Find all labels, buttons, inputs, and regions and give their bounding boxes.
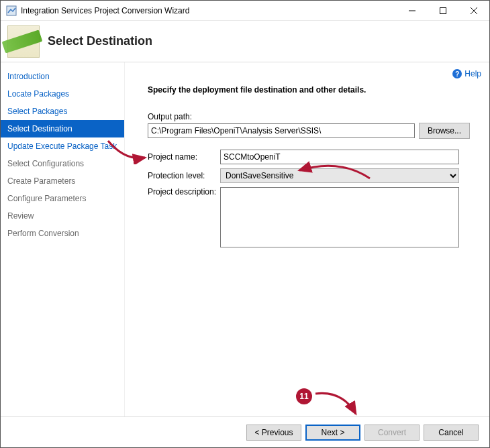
button-bar: < Previous Next > Convert Cancel — [1, 416, 489, 447]
help-label: Help — [464, 69, 481, 78]
close-button[interactable] — [458, 1, 489, 21]
sidebar-item-create-parameters: Create Parameters — [1, 172, 124, 190]
project-description-textarea[interactable] — [220, 187, 459, 247]
instruction-text: Specify the deployment file destination … — [148, 85, 481, 95]
wizard-header: Select Destination — [1, 21, 489, 62]
page-title: Select Destination — [48, 34, 152, 48]
content-pane: ? Help Specify the deployment file desti… — [125, 62, 489, 416]
sidebar-item-review: Review — [1, 207, 124, 225]
convert-button: Convert — [364, 425, 420, 441]
browse-button[interactable]: Browse... — [419, 123, 470, 139]
cancel-button[interactable]: Cancel — [424, 425, 479, 441]
sidebar: Introduction Locate Packages Select Pack… — [1, 62, 125, 416]
annotation-step-badge: 11 — [296, 388, 312, 404]
sidebar-item-select-configurations: Select Configurations — [1, 155, 124, 172]
wizard-body: Introduction Locate Packages Select Pack… — [1, 62, 489, 416]
app-icon — [6, 5, 17, 16]
minimize-button[interactable] — [397, 1, 428, 21]
wizard-step-icon — [7, 25, 40, 58]
previous-button[interactable]: < Previous — [246, 425, 301, 441]
destination-form: Output path: Browse... Project name: Pro… — [148, 112, 481, 251]
output-path-input[interactable] — [148, 123, 415, 138]
sidebar-item-configure-parameters: Configure Parameters — [1, 190, 124, 207]
window-title: Integration Services Project Conversion … — [21, 6, 397, 15]
protection-level-select[interactable]: DontSaveSensitive — [220, 168, 459, 183]
next-button[interactable]: Next > — [305, 425, 360, 441]
window-controls — [397, 1, 489, 21]
protection-level-label: Protection level: — [148, 171, 220, 180]
project-name-label: Project name: — [148, 152, 220, 162]
sidebar-item-select-packages[interactable]: Select Packages — [1, 103, 124, 120]
sidebar-item-locate-packages[interactable]: Locate Packages — [1, 85, 124, 103]
wizard-window: Integration Services Project Conversion … — [0, 0, 490, 448]
sidebar-item-perform-conversion: Perform Conversion — [1, 225, 124, 242]
output-path-label: Output path: — [148, 112, 220, 121]
project-description-label: Project description: — [148, 187, 220, 197]
project-name-input[interactable] — [220, 150, 459, 164]
help-icon: ? — [452, 69, 462, 78]
sidebar-item-introduction[interactable]: Introduction — [1, 68, 124, 85]
sidebar-item-update-execute-package-task[interactable]: Update Execute Package Task — [1, 137, 124, 155]
titlebar: Integration Services Project Conversion … — [1, 1, 489, 21]
svg-rect-2 — [440, 7, 446, 13]
help-link[interactable]: ? Help — [452, 69, 481, 78]
sidebar-item-select-destination[interactable]: Select Destination — [1, 120, 124, 137]
maximize-button[interactable] — [428, 1, 458, 21]
